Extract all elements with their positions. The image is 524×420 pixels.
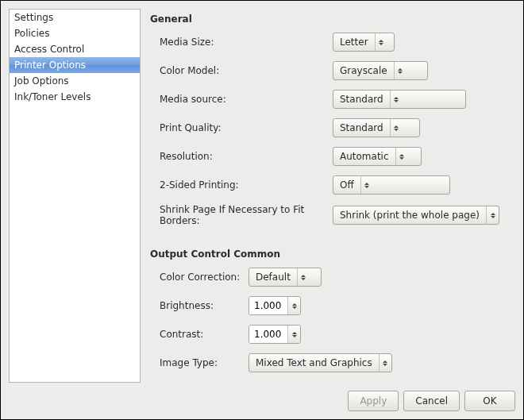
updown-icon xyxy=(395,148,408,165)
combo-value: Letter xyxy=(333,33,375,51)
sidebar-item-label: Job Options xyxy=(14,75,69,87)
label-media-size: Media Size: xyxy=(160,37,333,48)
combo-value: Mixed Text and Graphics xyxy=(249,354,379,372)
label-print-quality: Print Quality: xyxy=(160,122,333,133)
label-resolution: Resolution: xyxy=(160,151,333,162)
combo-image-type[interactable]: Mixed Text and Graphics xyxy=(249,353,392,372)
cancel-button[interactable]: Cancel xyxy=(403,391,460,411)
row-color-model: Color Model: Grayscale xyxy=(160,61,511,80)
sidebar-item-label: Policies xyxy=(14,28,49,39)
button-label: Apply xyxy=(360,395,387,407)
label-color-correction: Color Correction: xyxy=(160,272,249,283)
printer-options-dialog: Settings Policies Access Control Printer… xyxy=(1,1,523,419)
label-brightness: Brightness: xyxy=(160,300,249,311)
combo-media-size[interactable]: Letter xyxy=(333,33,395,52)
row-two-sided: 2-Sided Printing: Off xyxy=(160,175,511,195)
row-media-source: Media source: Standard xyxy=(160,90,511,109)
sidebar-item-settings[interactable]: Settings xyxy=(10,10,140,25)
apply-button[interactable]: Apply xyxy=(348,391,399,411)
row-brightness: Brightness: xyxy=(160,296,511,315)
row-image-type: Image Type: Mixed Text and Graphics xyxy=(160,353,511,372)
combo-value: Standard xyxy=(333,119,390,137)
sidebar-item-access-control[interactable]: Access Control xyxy=(10,41,140,57)
main-area: Settings Policies Access Control Printer… xyxy=(9,9,515,383)
spin-contrast-input[interactable] xyxy=(249,326,287,343)
section-output: Color Correction: Default Brightness: Co… xyxy=(160,268,511,372)
label-two-sided: 2-Sided Printing: xyxy=(160,179,333,191)
combo-value: Grayscale xyxy=(333,62,394,79)
label-image-type: Image Type: xyxy=(160,357,249,368)
row-color-correction: Color Correction: Default xyxy=(160,268,511,287)
sidebar-item-label: Printer Options xyxy=(14,60,86,71)
sidebar-item-label: Access Control xyxy=(14,44,84,55)
section-title-output: Output Control Common xyxy=(150,249,511,260)
updown-icon xyxy=(390,119,403,137)
label-contrast: Contrast: xyxy=(160,329,249,340)
updown-icon xyxy=(379,354,391,372)
combo-value: Shrink (print the whole page) xyxy=(333,206,486,224)
content-pane: General Media Size: Letter Color Model: … xyxy=(148,9,515,383)
sidebar-item-ink-toner-levels[interactable]: Ink/Toner Levels xyxy=(10,89,140,105)
combo-value: Standard xyxy=(333,91,390,108)
label-color-model: Color Model: xyxy=(160,65,333,76)
label-shrink: Shrink Page If Necessary to Fit Borders: xyxy=(160,204,333,226)
combo-value: Default xyxy=(249,268,297,286)
section-general: Media Size: Letter Color Model: Grayscal… xyxy=(160,33,511,226)
sidebar-item-job-options[interactable]: Job Options xyxy=(10,73,140,89)
button-label: Cancel xyxy=(415,395,448,407)
updown-icon xyxy=(287,326,300,343)
label-media-source: Media source: xyxy=(160,94,333,105)
combo-value: Off xyxy=(333,176,360,194)
row-contrast: Contrast: xyxy=(160,325,511,344)
button-label: OK xyxy=(483,395,496,407)
row-resolution: Resolution: Automatic xyxy=(160,147,511,166)
sidebar-item-label: Settings xyxy=(14,12,53,23)
updown-icon xyxy=(486,206,499,224)
section-title-general: General xyxy=(150,13,511,25)
combo-media-source[interactable]: Standard xyxy=(333,90,466,109)
combo-value: Automatic xyxy=(333,148,395,165)
row-print-quality: Print Quality: Standard xyxy=(160,118,511,137)
sidebar: Settings Policies Access Control Printer… xyxy=(9,9,141,383)
row-media-size: Media Size: Letter xyxy=(160,33,511,52)
combo-print-quality[interactable]: Standard xyxy=(333,118,420,137)
spin-contrast[interactable] xyxy=(249,325,301,344)
sidebar-item-label: Ink/Toner Levels xyxy=(14,91,91,102)
button-bar: Apply Cancel OK xyxy=(9,383,515,411)
sidebar-item-printer-options[interactable]: Printer Options xyxy=(10,57,140,73)
spin-brightness[interactable] xyxy=(249,296,301,315)
combo-shrink[interactable]: Shrink (print the whole page) xyxy=(333,206,499,225)
updown-icon xyxy=(297,268,310,286)
row-shrink: Shrink Page If Necessary to Fit Borders:… xyxy=(160,204,511,226)
updown-icon xyxy=(287,297,300,314)
combo-color-model[interactable]: Grayscale xyxy=(333,61,428,80)
updown-icon xyxy=(394,62,406,79)
sidebar-item-policies[interactable]: Policies xyxy=(10,25,140,41)
spin-brightness-input[interactable] xyxy=(249,297,287,314)
updown-icon xyxy=(375,33,387,51)
updown-icon xyxy=(390,91,403,108)
ok-button[interactable]: OK xyxy=(464,391,515,411)
combo-two-sided[interactable]: Off xyxy=(333,175,450,195)
combo-color-correction[interactable]: Default xyxy=(249,268,322,287)
combo-resolution[interactable]: Automatic xyxy=(333,147,422,166)
updown-icon xyxy=(360,176,373,194)
